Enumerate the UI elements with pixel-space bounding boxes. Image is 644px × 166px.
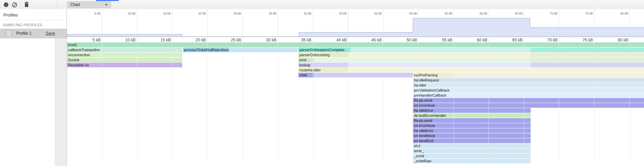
overview-ruler-tick-label: 80 kB xyxy=(609,12,628,15)
flame-bar-onsendhook[interactable]: onSendHook xyxy=(413,133,531,138)
gridline xyxy=(278,42,278,164)
flame-bar-prehandlercallback[interactable]: preHandlerCallback xyxy=(413,93,644,98)
flame-bar-parseronincoming[interactable]: parserOnIncoming xyxy=(298,53,348,57)
gridline xyxy=(594,42,595,164)
flame-bar-onerrorhook[interactable]: onErrorHook xyxy=(413,103,644,108)
flame-bar-segment[interactable] xyxy=(531,53,644,57)
flame-bar-label: handleError xyxy=(413,129,433,133)
flame-bar-handlerequest[interactable]: handleRequest xyxy=(413,78,644,82)
flame-ruler-tick-label: 5 kB xyxy=(78,38,101,42)
flame-bar-send[interactable]: _send xyxy=(413,154,531,158)
gridline xyxy=(630,9,630,42)
flame-bar-handleerror[interactable]: handleError xyxy=(413,128,531,133)
flame-ruler-tick-label: 30 kB xyxy=(254,38,276,42)
flame-bar-defaulterrorhandler[interactable]: defaultErrorHandler xyxy=(413,113,531,118)
gridline xyxy=(559,9,559,42)
flame-bar-label: _writeRaw xyxy=(413,159,431,163)
flame-bar-label: handler xyxy=(413,83,426,87)
flame-bar-segment[interactable] xyxy=(531,63,644,67)
flame-bar-segment[interactable] xyxy=(454,73,644,77)
gridline xyxy=(207,9,207,42)
flame-bar-emit[interactable]: emit xyxy=(298,58,314,62)
flame-bar-label: handleError xyxy=(413,108,433,112)
flame-bar-label: parserOnIncoming xyxy=(298,53,330,57)
flame-bar-writeraw[interactable]: _writeRaw xyxy=(413,159,531,163)
gridline xyxy=(348,9,348,42)
gridline xyxy=(630,42,630,164)
sidebar-title: Profiles xyxy=(3,12,18,18)
flame-bar-handler[interactable]: handler xyxy=(413,83,644,88)
flame-bar-prevalidationcallback[interactable]: preValidationCallback xyxy=(413,88,644,93)
flame-bar-label: handleRequest xyxy=(413,78,439,82)
flame-ruler-tick-label: 80 kB xyxy=(606,38,628,42)
overview-ruler-tick-label: 45 kB xyxy=(363,12,382,15)
gridline xyxy=(559,42,560,164)
sidebar-divider xyxy=(0,20,67,20)
flame-bar-processticksandrejections[interactable]: processTicksAndRejections xyxy=(183,47,229,52)
flame-bar-segment[interactable] xyxy=(348,68,644,72)
flame-bar-onerrorhook[interactable]: onErrorHook xyxy=(413,123,531,128)
gridline xyxy=(172,9,173,42)
allocation-overview-chart[interactable] xyxy=(67,16,644,37)
flame-bar-label: Reply.send xyxy=(413,119,432,123)
gridline xyxy=(313,42,313,164)
overview-ruler-tick-label: 25 kB xyxy=(222,12,241,15)
flame-bar-segment[interactable] xyxy=(314,73,413,77)
flame-bar-callbacktrampoline[interactable]: callbackTrampoline xyxy=(67,47,182,52)
overview-ruler-tick-label: 5 kB xyxy=(82,12,101,15)
gridline xyxy=(102,9,102,42)
flame-ruler-tick-label: 50 kB xyxy=(395,38,417,42)
flame-bar-segment[interactable] xyxy=(531,58,644,62)
gridline xyxy=(418,9,419,42)
sidebar: Profiles SAMPLING PROFILES Profile 1 Sav… xyxy=(0,9,67,166)
profiler-panel: (root)callbackTrampolineprocessTicksAndR… xyxy=(67,9,644,166)
flame-bar-handleerror[interactable]: handleError xyxy=(413,108,531,113)
flame-bar-child[interactable]: child xyxy=(298,73,314,77)
flame-ruler-tick-label: 65 kB xyxy=(500,38,523,42)
sidebar-scrollbar[interactable] xyxy=(55,38,66,166)
flame-bar-reply-send[interactable]: Reply.send xyxy=(413,98,644,103)
flame-chart: (root)callbackTrampolineprocessTicksAndR… xyxy=(67,42,644,164)
flame-bar-readable-on[interactable]: Readable.on xyxy=(67,63,182,67)
flame-bar-label: runPreParsing xyxy=(413,73,438,77)
clear-icon[interactable] xyxy=(12,2,17,7)
gridline xyxy=(278,9,278,42)
flame-bar-segment[interactable] xyxy=(314,58,531,62)
flame-bar-root[interactable]: (root) xyxy=(67,42,644,47)
flame-ruler-tick-label: 45 kB xyxy=(359,38,382,42)
flame-bar-label: defaultErrorHandler xyxy=(413,113,446,118)
flame-bar-runpreparsing[interactable]: runPreParsing xyxy=(413,73,454,77)
gridline xyxy=(313,9,313,42)
sidebar-item-profile-1[interactable]: Profile 1 Save xyxy=(0,29,67,38)
gridline xyxy=(242,9,243,42)
dropdown-arrow-icon xyxy=(105,4,108,6)
save-link[interactable]: Save xyxy=(46,31,55,36)
sidebar-section-sampling-profiles: SAMPLING PROFILES xyxy=(3,23,42,27)
flame-bar-socket[interactable]: Socket xyxy=(67,58,182,62)
overview-ruler-tick-label: 35 kB xyxy=(293,12,311,15)
flame-bar-write[interactable]: write_ xyxy=(413,148,531,153)
trash-icon[interactable] xyxy=(24,2,29,7)
view-mode-select[interactable]: Chart xyxy=(67,1,111,8)
flame-bar-segment[interactable] xyxy=(350,47,531,52)
flame-bar-segment[interactable] xyxy=(348,63,531,67)
overview-ruler-tick-label: 40 kB xyxy=(328,12,347,15)
flame-bar-segment[interactable] xyxy=(348,53,531,57)
flame-bar-routehandler[interactable]: routeHandler xyxy=(298,68,348,72)
toolbar-separator xyxy=(57,2,58,7)
flame-bar-label: lookup xyxy=(298,63,310,67)
flame-bar-onsendend[interactable]: onSendEnd xyxy=(413,138,531,143)
flame-bar-label: onErrorHook xyxy=(413,124,435,128)
profile-table-icon xyxy=(6,31,11,36)
flame-bar-lookup[interactable]: lookup xyxy=(298,63,348,67)
flame-bar-parseronheaderscomplete[interactable]: parserOnHeadersComplete xyxy=(298,47,350,52)
flame-bar-segment[interactable] xyxy=(531,47,644,52)
gridline xyxy=(594,9,595,42)
flame-bar-label: end xyxy=(413,144,420,148)
flame-bar-onconnection[interactable]: onconnection xyxy=(67,53,182,57)
flame-ruler-tick-label: 25 kB xyxy=(219,38,241,42)
flame-bar-end[interactable]: end xyxy=(413,143,531,148)
record-icon[interactable] xyxy=(4,2,8,7)
flame-bar-reply-send[interactable]: Reply.send xyxy=(413,118,531,123)
flame-bar-segment[interactable] xyxy=(229,47,298,52)
